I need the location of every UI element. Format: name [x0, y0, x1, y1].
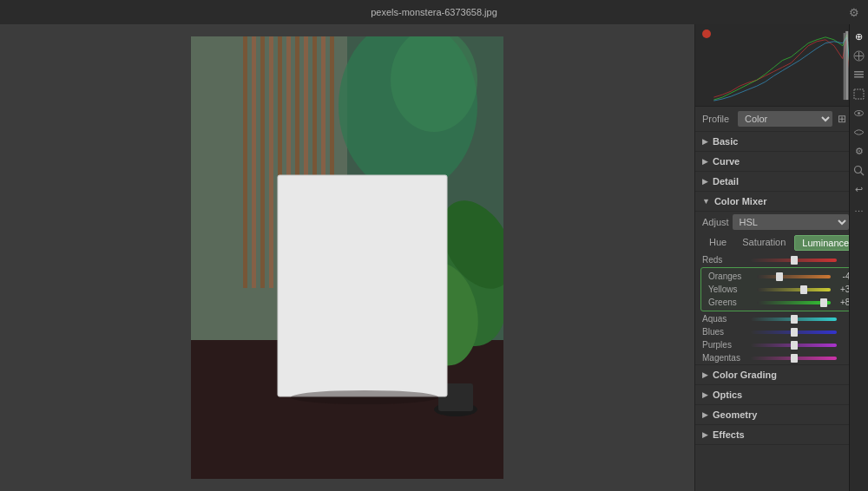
blues-thumb[interactable] [791, 328, 798, 337]
color-mixer-header[interactable]: ▼ Color Mixer 👁 [695, 192, 868, 212]
reds-label: Reds [702, 255, 747, 265]
adjust-select[interactable]: HSL [733, 214, 849, 230]
magentas-label: Magentas [702, 353, 747, 363]
slider-row-purples: Purples 0 [695, 338, 868, 351]
tool-strip: ⊕ ⚙ ↩ … [849, 24, 868, 491]
detail-section-header[interactable]: ▶ Detail 👁 [695, 172, 868, 192]
slider-row-magentas: Magentas 0 [695, 351, 868, 364]
color-grading-arrow-icon: ▶ [702, 370, 708, 379]
basic-section-header[interactable]: ▶ Basic 👁 [695, 132, 868, 152]
slider-row-greens: Greens +88 [701, 296, 862, 309]
magentas-track[interactable] [751, 357, 837, 360]
oranges-thumb[interactable] [776, 272, 783, 281]
oranges-track[interactable] [757, 275, 831, 278]
tool-mask[interactable] [852, 125, 866, 139]
blues-label: Blues [702, 327, 747, 337]
svg-rect-33 [854, 89, 864, 99]
adjust-row: Adjust HSL ⚙ [695, 212, 868, 232]
curve-arrow-icon: ▶ [702, 157, 708, 166]
profile-select[interactable]: Color [738, 111, 832, 127]
color-mixer-title: Color Mixer [714, 196, 852, 206]
oranges-label: Oranges [708, 272, 753, 281]
tool-heal[interactable] [852, 49, 866, 62]
detail-arrow-icon: ▶ [702, 177, 708, 186]
basic-title: Basic [713, 136, 852, 147]
profile-label: Profile [702, 114, 733, 124]
yellows-track[interactable] [757, 288, 831, 291]
slider-row-yellows: Yellows +33 [701, 283, 862, 296]
effects-section-header[interactable]: ▶ Effects 👁 [695, 425, 868, 445]
slider-row-reds: Reds 0 [695, 253, 868, 266]
yellows-label: Yellows [708, 285, 753, 294]
effects-arrow-icon: ▶ [702, 430, 708, 439]
color-mixer-section: ▼ Color Mixer 👁 Adjust HSL ⚙ Hue Saturat… [695, 192, 868, 365]
color-grading-section-header[interactable]: ▶ Color Grading 👁 [695, 365, 868, 385]
color-mixer-arrow-icon: ▼ [702, 197, 710, 206]
aquas-label: Aquas [702, 314, 747, 324]
effects-title: Effects [713, 429, 852, 440]
slider-row-blues: Blues 0 [695, 325, 868, 338]
adjust-label: Adjust [702, 217, 729, 227]
grid-icon[interactable]: ⊞ [838, 113, 846, 125]
tool-back[interactable]: ↩ [852, 182, 866, 196]
tool-more[interactable]: … [852, 201, 866, 215]
panel-content[interactable]: Profile Color ⊞ 👁 ▶ Basic 👁 ▶ Curve 👁 [695, 107, 868, 491]
titlebar-icons: ⚙ [849, 6, 859, 19]
histogram-dot [702, 29, 711, 38]
main-area: Profile Color ⊞ 👁 ▶ Basic 👁 ▶ Curve 👁 [0, 24, 868, 491]
aquas-thumb[interactable] [791, 315, 798, 324]
reds-thumb[interactable] [791, 256, 798, 265]
svg-rect-31 [854, 76, 864, 78]
svg-rect-30 [854, 74, 864, 75]
blues-track[interactable] [751, 331, 837, 334]
geometry-section-header[interactable]: ▶ Geometry 👁 [695, 405, 868, 425]
greens-label: Greens [708, 298, 753, 307]
yellows-thumb[interactable] [800, 285, 807, 294]
tab-hue[interactable]: Hue [702, 235, 733, 251]
tool-crop[interactable]: ⊕ [852, 29, 866, 43]
purples-thumb[interactable] [791, 341, 798, 350]
greens-thumb[interactable] [820, 298, 827, 307]
highlighted-sliders: Oranges -41 Yellows +33 [700, 267, 863, 311]
svg-rect-3 [243, 36, 247, 288]
slider-row-aquas: Aquas 0 [695, 312, 868, 325]
canvas-area [0, 24, 694, 491]
tool-zoom[interactable] [852, 163, 866, 177]
optics-arrow-icon: ▶ [702, 390, 708, 399]
purples-label: Purples [702, 340, 747, 350]
titlebar-title: pexels-monstera-6373658.jpg [371, 7, 497, 17]
tool-settings[interactable]: ⚙ [852, 144, 866, 158]
settings-icon[interactable]: ⚙ [849, 6, 859, 19]
aquas-track[interactable] [751, 318, 837, 321]
svg-point-23 [291, 390, 438, 404]
tool-select[interactable] [852, 87, 866, 101]
magentas-thumb[interactable] [791, 354, 798, 363]
svg-rect-5 [260, 36, 265, 288]
svg-line-37 [861, 172, 865, 175]
color-grading-title: Color Grading [713, 370, 852, 380]
photo-container [191, 36, 503, 479]
svg-rect-32 [854, 71, 864, 73]
geometry-arrow-icon: ▶ [702, 410, 708, 419]
optics-section-header[interactable]: ▶ Optics 👁 [695, 385, 868, 405]
right-panel: Profile Color ⊞ 👁 ▶ Basic 👁 ▶ Curve 👁 [694, 24, 868, 491]
svg-rect-6 [269, 36, 273, 288]
tab-luminance[interactable]: Luminance [794, 235, 857, 251]
svg-rect-21 [278, 175, 447, 396]
purples-track[interactable] [751, 344, 837, 347]
profile-row: Profile Color ⊞ 👁 [695, 107, 868, 132]
geometry-title: Geometry [713, 409, 852, 420]
tool-redeye[interactable] [852, 106, 866, 120]
histogram-area [695, 24, 868, 107]
reds-track[interactable] [751, 259, 837, 262]
basic-arrow-icon: ▶ [702, 137, 708, 146]
curve-section-header[interactable]: ▶ Curve 👁 [695, 152, 868, 172]
tool-adjustment[interactable] [852, 68, 866, 82]
svg-point-36 [855, 166, 862, 173]
slider-row-oranges: Oranges -41 [701, 270, 862, 283]
greens-track[interactable] [757, 301, 831, 304]
tab-saturation[interactable]: Saturation [735, 235, 792, 251]
optics-title: Optics [713, 390, 852, 400]
curve-title: Curve [713, 156, 852, 167]
svg-point-35 [858, 112, 860, 115]
